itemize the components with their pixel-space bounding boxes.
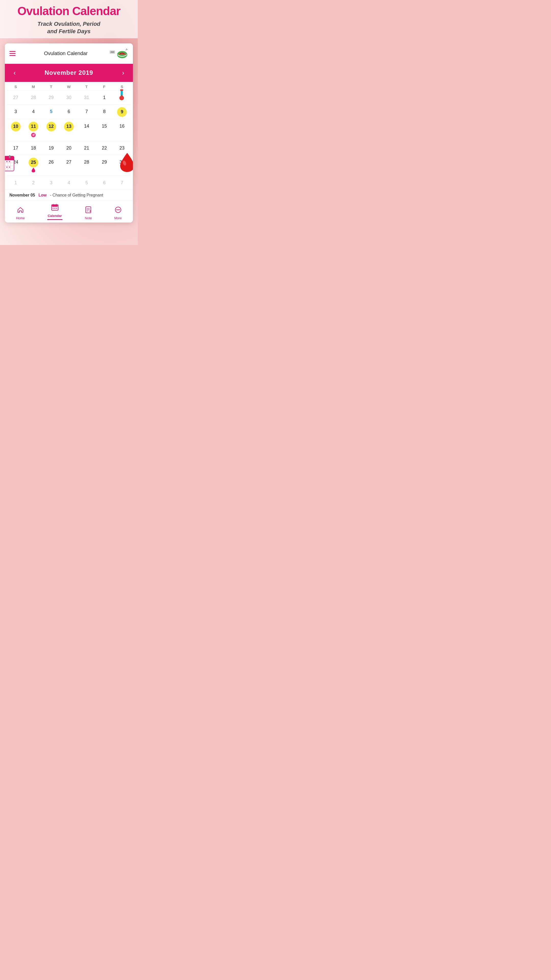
more-icon — [114, 206, 122, 215]
cal-day-8-nov[interactable]: 8 — [95, 105, 113, 119]
cal-day-22-nov[interactable]: 22 — [95, 141, 113, 155]
calendar-week-5: 24 25 26 27 28 29 30 — [7, 155, 131, 176]
cal-day-7-dec[interactable]: 7 — [113, 176, 131, 189]
cal-day-21-nov[interactable]: 21 — [78, 141, 95, 155]
nav-item-more[interactable]: More — [109, 205, 127, 221]
svg-rect-10 — [120, 89, 123, 91]
cal-day-28-nov[interactable]: 28 — [78, 155, 95, 176]
svg-rect-39 — [52, 205, 58, 207]
top-bar: Ovulation Calendar AD — [5, 43, 133, 64]
status-description: - Chance of Getting Pregnant — [50, 193, 103, 197]
day-labels-row: S M T W T F S — [5, 82, 133, 90]
cal-day-5-nov[interactable]: 5 — [42, 105, 60, 119]
cal-day-13-nov[interactable]: 13 — [60, 119, 78, 141]
cal-day-4-dec[interactable]: 4 — [60, 176, 78, 189]
svg-point-32 — [9, 167, 10, 168]
home-icon — [17, 206, 24, 215]
svg-point-31 — [6, 167, 7, 168]
big-blood-drop — [119, 151, 133, 174]
day-label-tue: T — [42, 84, 60, 89]
nav-label-note: Note — [85, 216, 92, 220]
app-title: Ovulation Calendar — [5, 5, 133, 18]
cal-day-29-oct[interactable]: 29 — [42, 91, 60, 104]
cal-day-3-nov[interactable]: 3 — [7, 105, 24, 119]
month-year-label: November 2019 — [44, 69, 93, 76]
cal-day-9-nov[interactable]: 9 — [113, 105, 131, 119]
nav-label-home: Home — [16, 216, 25, 220]
svg-rect-13 — [5, 158, 14, 160]
status-level: Low — [38, 193, 47, 197]
svg-point-50 — [116, 209, 118, 210]
cal-day-4-nov[interactable]: 4 — [24, 105, 42, 119]
svg-point-51 — [118, 209, 119, 210]
nav-item-note[interactable]: Note — [79, 205, 97, 221]
svg-point-52 — [119, 209, 120, 210]
day-label-mon: M — [24, 84, 42, 89]
svg-point-6 — [126, 49, 127, 49]
bottom-nav: Home Calendar — [5, 200, 133, 223]
cal-day-1-nov[interactable]: 1 — [95, 91, 113, 104]
cal-day-27-nov[interactable]: 27 — [60, 155, 78, 176]
cal-day-18-nov[interactable]: 18 — [24, 141, 42, 155]
day-label-thu: T — [78, 84, 95, 89]
svg-point-5 — [127, 49, 127, 50]
svg-rect-44 — [56, 208, 57, 209]
svg-point-36 — [34, 134, 35, 135]
ad-badge: AD — [110, 51, 115, 54]
small-calendar-decoration — [5, 154, 14, 172]
cal-day-3-dec[interactable]: 3 — [42, 176, 60, 189]
day-label-sat: S — [113, 84, 131, 89]
calendar-grid: 27 28 29 30 31 1 2 3 4 5 6 7 8 9 10 — [5, 90, 133, 189]
cal-day-17-nov[interactable]: 17 — [7, 141, 24, 155]
cal-day-28-oct[interactable]: 28 — [24, 91, 42, 104]
calendar-week-1: 27 28 29 30 31 1 2 — [7, 90, 131, 104]
cal-day-25-nov[interactable]: 25 — [24, 155, 42, 176]
note-icon — [85, 206, 92, 215]
cal-day-29-nov[interactable]: 29 — [95, 155, 113, 176]
thermometer-decoration — [115, 89, 128, 102]
day-label-sun: S — [7, 84, 24, 89]
period-drop-small — [32, 167, 35, 173]
cal-day-19-nov[interactable]: 19 — [42, 141, 60, 155]
ovulation-indicator — [30, 132, 36, 139]
svg-rect-42 — [52, 208, 54, 209]
calendar-week-6: 1 2 3 4 5 6 7 — [7, 176, 131, 189]
hamburger-menu[interactable] — [10, 51, 16, 56]
cal-day-15-nov[interactable]: 15 — [95, 119, 113, 141]
cal-day-5-dec[interactable]: 5 — [78, 176, 95, 189]
svg-rect-43 — [54, 208, 56, 209]
cal-day-31-oct[interactable]: 31 — [78, 91, 95, 104]
calendar-week-3: 10 11 12 13 14 15 16 — [7, 119, 131, 141]
cal-day-20-nov[interactable]: 20 — [60, 141, 78, 155]
cal-day-30-oct[interactable]: 30 — [60, 91, 78, 104]
calendar-week-4: 17 18 19 20 21 22 23 — [7, 141, 131, 155]
nav-item-home[interactable]: Home — [11, 205, 30, 221]
cal-day-10-nov[interactable]: 10 — [7, 119, 24, 141]
nav-item-calendar[interactable]: Calendar — [42, 202, 68, 221]
nav-label-calendar: Calendar — [48, 214, 62, 218]
cal-day-6-dec[interactable]: 6 — [95, 176, 113, 189]
calendar-nav-icon — [51, 204, 59, 213]
cal-day-14-nov[interactable]: 14 — [78, 119, 95, 141]
day-label-wed: W — [60, 84, 78, 89]
app-card: Ovulation Calendar AD — [5, 43, 133, 223]
cal-day-26-nov[interactable]: 26 — [42, 155, 60, 176]
month-header: ‹ November 2019 › — [5, 64, 133, 82]
cal-day-2-dec[interactable]: 2 — [24, 176, 42, 189]
svg-point-27 — [9, 161, 10, 162]
topbar-title: Ovulation Calendar — [44, 51, 87, 56]
cal-day-16-nov[interactable]: 16 — [113, 119, 131, 141]
cal-day-1-dec[interactable]: 1 — [7, 176, 24, 189]
cal-day-11-nov[interactable]: 11 — [24, 119, 42, 141]
watermelon-icon — [116, 47, 128, 59]
status-bar: November 05 Low - Chance of Getting Preg… — [5, 189, 133, 200]
cal-day-12-nov[interactable]: 12 — [42, 119, 60, 141]
prev-month-button[interactable]: ‹ — [11, 68, 18, 78]
cal-day-27-oct[interactable]: 27 — [7, 91, 24, 104]
cal-day-6-nov[interactable]: 6 — [60, 105, 78, 119]
next-month-button[interactable]: › — [119, 68, 127, 78]
calendar-week-2: 3 4 5 6 7 8 9 — [7, 104, 131, 119]
cal-day-7-nov[interactable]: 7 — [78, 105, 95, 119]
app-header: Ovulation Calendar Track Ovulation, Peri… — [0, 0, 138, 38]
svg-point-4 — [126, 50, 126, 50]
